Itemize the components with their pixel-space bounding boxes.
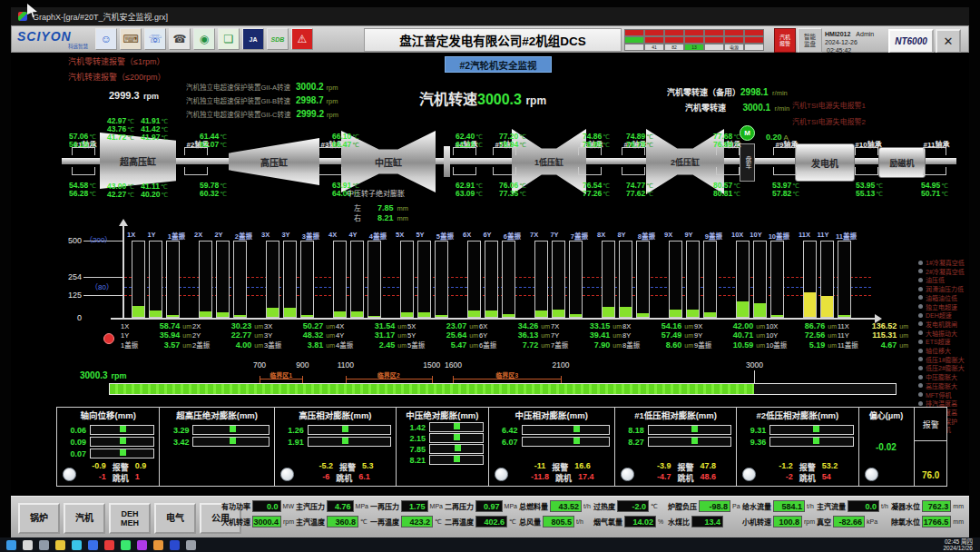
gauge-marker [573, 438, 580, 444]
panel-status-lamp[interactable] [280, 468, 294, 481]
mode-button[interactable]: 智能 监盘 [798, 28, 822, 53]
alarm-bell-icon[interactable]: ⚠ [291, 28, 313, 50]
vib-bar-7X [534, 241, 548, 318]
gauge-bar[interactable] [429, 455, 483, 465]
panel-status-lamp[interactable] [742, 468, 756, 481]
app-icon-7[interactable] [186, 540, 196, 550]
vib-unit: um [397, 342, 407, 349]
headset-icon[interactable]: ☎ [169, 28, 191, 50]
gauge-bar[interactable] [308, 437, 391, 447]
panel-status-lamp[interactable] [63, 468, 76, 481]
taskbar-clock[interactable]: 02:45 周四 2024/12/26 [943, 538, 973, 552]
panel-title: 中压绝对膨胀(mm) [397, 409, 487, 421]
vib-channel-label: 9盖振 [694, 340, 718, 350]
gauge-marker [454, 434, 460, 440]
bar-label: 5盖振 [436, 231, 454, 241]
panel-status-lamp[interactable] [495, 468, 508, 481]
gauge-bar[interactable] [429, 444, 483, 454]
app-icon-2[interactable] [104, 540, 114, 550]
gauge-bar[interactable] [90, 425, 154, 435]
vib-channel-label: 6Y [479, 331, 495, 340]
vib-bar-6G [502, 241, 515, 318]
gauge-bar[interactable] [769, 425, 853, 435]
temp-label: 55.13℃ [856, 183, 883, 200]
nav-button-电气[interactable]: 电气 [154, 503, 196, 534]
temp-value: 77.35 [499, 189, 518, 198]
operator-station-icon[interactable]: ☏ [144, 28, 166, 50]
search-icon[interactable] [23, 540, 33, 550]
app-icon-6[interactable] [170, 540, 180, 550]
nav-button-DEH-MEH[interactable]: DEHMEH [109, 503, 151, 534]
vib-value-cell: 10X86.76um [766, 321, 837, 330]
secondary-scale-label: （80） [91, 281, 113, 291]
nt6000-button[interactable]: NT6000 [888, 29, 934, 54]
task-view-icon[interactable] [39, 540, 49, 550]
trip-item-label: 低压1#膨胀大 [926, 355, 965, 364]
trip-condition-item: DEH超速 [918, 310, 952, 320]
vib-value: 4.67 [861, 340, 897, 350]
temp-value: 80.81 [713, 189, 732, 198]
alarm-grid-cell [684, 36, 704, 44]
current-unit: A [784, 133, 789, 142]
vib-value-cell: 2X30.23um [192, 321, 263, 330]
gauge-bar[interactable] [429, 433, 483, 443]
panel-status-lamp[interactable] [621, 468, 634, 481]
component-label: 中压缸 [375, 155, 402, 169]
gauge-bar[interactable] [308, 425, 391, 435]
file-explorer-icon[interactable] [55, 540, 65, 550]
panel-status-lamp[interactable] [865, 468, 878, 481]
nav-button-锅炉[interactable]: 锅炉 [18, 503, 60, 534]
measurement-label: 凝器水位 [891, 501, 920, 511]
alarm-grid-cell [684, 29, 704, 36]
measurement-label: 除氧水位 [891, 517, 920, 527]
vib-unit: um [326, 332, 335, 339]
browser-icon[interactable] [72, 540, 82, 550]
trip-word: 跳机 [336, 472, 352, 484]
users-icon[interactable]: ☺ [95, 28, 117, 50]
nav-button-汽机[interactable]: 汽机 [64, 503, 105, 534]
app-icon-4[interactable] [137, 540, 147, 550]
bar-label: 4X [328, 231, 337, 241]
gauge-bar[interactable] [522, 437, 610, 447]
keyboard-icon[interactable]: ⌨ [120, 28, 142, 50]
monitor-globe-icon[interactable]: ◉ [193, 28, 215, 50]
gauge-bar[interactable] [522, 425, 610, 435]
alarm-grid-cell [664, 29, 684, 36]
gauge-bar[interactable] [769, 437, 853, 447]
cards-icon[interactable]: ❏ [218, 28, 240, 50]
app-icon-1[interactable] [88, 540, 98, 550]
vib-value: 5.19 [789, 340, 825, 350]
trip-item-label: 低压2#膨胀大 [926, 363, 965, 372]
gauge-list: 1.261.91 [275, 425, 396, 447]
taskbar-icons [0, 540, 196, 550]
vib-channel-label: 4Y [336, 331, 352, 340]
app-icon-3[interactable] [121, 540, 131, 550]
gauge-bar[interactable] [192, 425, 269, 435]
gauge-bar[interactable] [90, 448, 154, 458]
gauge-bar[interactable] [192, 437, 269, 447]
start-icon[interactable] [6, 540, 16, 550]
gauge-row: 8.21 [398, 455, 483, 465]
vib-value-cell: 6X34.26um [479, 321, 550, 330]
measurement-value-box: -98.8 [699, 500, 730, 512]
close-button[interactable]: ✕ [936, 29, 961, 54]
app-icon-5[interactable] [153, 540, 163, 550]
tab-turbine-safety[interactable]: #2汽轮机安全监视 [445, 56, 552, 73]
gauge-bar[interactable] [90, 437, 154, 447]
vib-value: 22.77 [209, 330, 251, 340]
vib-unit: um [254, 342, 263, 349]
bar-label: 9Y [684, 231, 692, 241]
ip-rotor-title: 中压转子绝对膨胀 [347, 188, 405, 198]
zero-speed: 汽机零转速 3000.1 r/min [685, 98, 789, 114]
zero-speed-value: 3000.1 [742, 103, 770, 113]
sdb-logo-icon[interactable]: SDB [267, 28, 289, 50]
gauge-bar[interactable] [648, 425, 731, 435]
panel-title: 高压相对膨胀(mm) [275, 409, 396, 421]
trip-item-lamp [918, 295, 923, 300]
turbine-trip-indicator[interactable]: 汽机 报警 [774, 28, 796, 53]
gauge-bar[interactable] [429, 422, 483, 432]
hmi-date: 2024-12-26 [825, 39, 858, 45]
alarm-summary-grid[interactable]: 418213电源 [624, 29, 771, 51]
gauge-bar[interactable] [648, 437, 731, 447]
ja-logo-icon[interactable]: JA [242, 28, 264, 50]
